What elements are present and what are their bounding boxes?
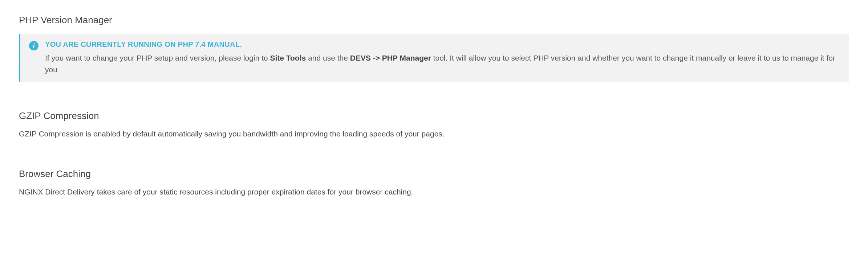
info-headline: YOU ARE CURRENTLY RUNNING ON PHP 7.4 MAN… [45,40,840,49]
section-title-php: PHP Version Manager [19,15,849,26]
gzip-compression-section: GZIP Compression GZIP Compression is ena… [19,110,849,155]
browser-caching-section: Browser Caching NGINX Direct Delivery ta… [19,168,849,198]
info-box: i YOU ARE CURRENTLY RUNNING ON PHP 7.4 M… [19,34,849,82]
info-content: YOU ARE CURRENTLY RUNNING ON PHP 7.4 MAN… [45,40,840,75]
info-icon: i [29,41,38,50]
section-title-cache: Browser Caching [19,168,849,180]
section-desc-cache: NGINX Direct Delivery takes care of your… [19,186,849,198]
info-body: If you want to change your PHP setup and… [45,52,840,75]
info-bold-devs-php-manager: DEVS -> PHP Manager [350,54,431,62]
section-desc-gzip: GZIP Compression is enabled by default a… [19,128,849,140]
info-text-pre: If you want to change your PHP setup and… [45,54,270,62]
info-bold-site-tools: Site Tools [270,54,306,62]
info-text-mid: and use the [306,54,350,62]
php-version-manager-section: PHP Version Manager i YOU ARE CURRENTLY … [19,15,849,97]
section-title-gzip: GZIP Compression [19,110,849,122]
